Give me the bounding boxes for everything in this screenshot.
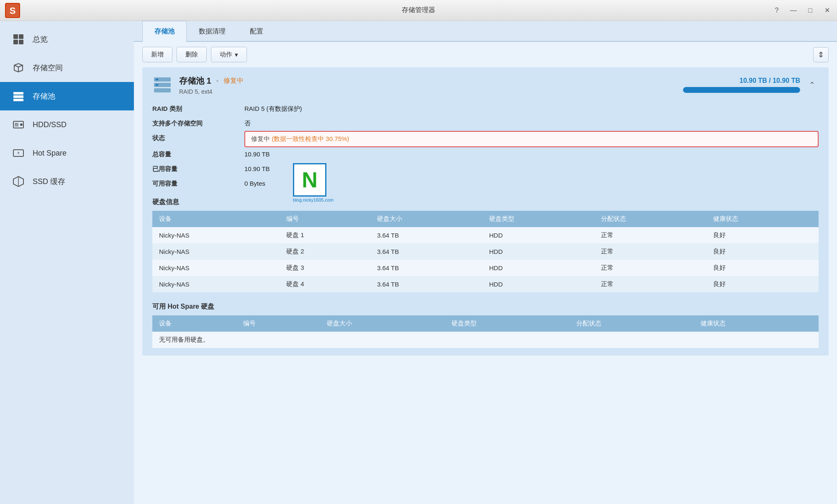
available-label: 可用容量: [152, 177, 244, 191]
maximize-button[interactable]: □: [805, 5, 815, 15]
svg-text:S: S: [10, 5, 16, 16]
svg-rect-24: [154, 88, 171, 92]
spare-col-number: 编号: [236, 315, 321, 332]
help-button[interactable]: ?: [772, 5, 782, 15]
pool-status-sep: -: [216, 77, 218, 84]
spare-empty-text: 无可用备用硬盘。: [152, 332, 819, 348]
main-layout: 总览 存储空间 存储池 HDD/SSD + Hot: [0, 21, 837, 504]
col-number: 编号: [280, 211, 370, 227]
multi-space-value: 否: [244, 116, 819, 131]
close-button[interactable]: ✕: [822, 5, 832, 15]
svg-rect-26: [156, 84, 158, 86]
pool-card: 存储池 1 - 修复中 RAID 5, ext4 10.90 TB / 10.9…: [142, 67, 829, 356]
tab-config[interactable]: 配置: [238, 21, 275, 42]
disk-number-2: 硬盘 3: [280, 260, 370, 276]
sidebar: 总览 存储空间 存储池 HDD/SSD + Hot: [0, 21, 134, 504]
disk-number-3: 硬盘 4: [280, 276, 370, 292]
disk-allocation-1: 正常: [594, 243, 706, 260]
pool-header: 存储池 1 - 修复中 RAID 5, ext4 10.90 TB / 10.9…: [152, 75, 819, 95]
sidebar-item-overview[interactable]: 总览: [0, 25, 134, 54]
disk-type-3: HDD: [483, 276, 595, 292]
pool-subtitle: RAID 5, ext4: [179, 88, 683, 95]
hot-spare-table: 设备 编号 硬盘大小 硬盘类型 分配状态 健康状态 无可用备用硬盘。: [152, 315, 819, 348]
disk-health-2: 良好: [706, 260, 819, 276]
disk-device-2: Nicky-NAS: [152, 260, 280, 276]
disk-allocation-3: 正常: [594, 276, 706, 292]
minimize-button[interactable]: —: [788, 5, 798, 15]
col-health: 健康状态: [706, 211, 819, 227]
status-normal-text: 修复中: [251, 135, 272, 142]
used-value: 10.90 TB: [244, 162, 819, 177]
sort-button[interactable]: ⇕: [813, 47, 829, 62]
action-label: 动作: [220, 51, 232, 59]
disk-health-1: 良好: [706, 243, 819, 260]
multi-space-label: 支持多个存储空间: [152, 116, 244, 131]
tab-storage-pool[interactable]: 存储池: [142, 21, 187, 42]
spare-col-allocation: 分配状态: [570, 315, 694, 332]
content-scroll[interactable]: 存储池 1 - 修复中 RAID 5, ext4 10.90 TB / 10.9…: [134, 67, 837, 504]
raid-value: RAID 5 (有数据保护): [244, 102, 819, 116]
storage-space-icon: [12, 61, 25, 74]
overview-icon: [12, 33, 25, 46]
raid-label: RAID 类别: [152, 102, 244, 116]
disk-size-2: 3.64 TB: [370, 260, 483, 276]
action-arrow: ▾: [235, 51, 238, 59]
sidebar-item-hot-spare[interactable]: + Hot Spare: [0, 139, 134, 167]
disk-size-0: 3.64 TB: [370, 227, 483, 243]
disk-device-1: Nicky-NAS: [152, 243, 280, 260]
svg-point-14: [20, 123, 23, 126]
status-highlight-text: (数据一致性检查中 30.75%): [272, 135, 349, 142]
pool-title-row: 存储池 1 - 修复中: [179, 75, 683, 87]
disk-info-title: 硬盘信息: [152, 198, 819, 207]
status-label: 状态: [152, 131, 244, 147]
disk-number-0: 硬盘 1: [280, 227, 370, 243]
disk-type-1: HDD: [483, 243, 595, 260]
sidebar-item-storage-space[interactable]: 存储空间: [0, 54, 134, 82]
action-button[interactable]: 动作 ▾: [211, 47, 247, 62]
pool-collapse-button[interactable]: ⌃: [805, 78, 819, 92]
disk-type-2: HDD: [483, 260, 595, 276]
sidebar-label-storage-space: 存储空间: [33, 63, 63, 73]
add-button[interactable]: 新增: [142, 47, 172, 62]
disk-device-3: Nicky-NAS: [152, 276, 280, 292]
pool-title-section: 存储池 1 - 修复中 RAID 5, ext4: [179, 75, 683, 95]
spare-col-type: 硬盘类型: [445, 315, 570, 332]
disk-health-3: 良好: [706, 276, 819, 292]
window-controls: ? — □ ✕: [772, 5, 832, 15]
disk-size-1: 3.64 TB: [370, 243, 483, 260]
svg-rect-5: [13, 40, 18, 44]
hdd-ssd-icon: [12, 118, 25, 131]
sidebar-item-hdd-ssd[interactable]: HDD/SSD: [0, 110, 134, 139]
window-title: 存储管理器: [402, 6, 435, 15]
title-bar: S 存储管理器 ? — □ ✕: [0, 0, 837, 21]
spare-empty-row: 无可用备用硬盘。: [152, 332, 819, 348]
disk-allocation-0: 正常: [594, 227, 706, 243]
disk-row-0: Nicky-NAS 硬盘 1 3.64 TB HDD 正常 良好: [152, 227, 819, 243]
status-value-box: 修复中 (数据一致性检查中 30.75%): [244, 131, 819, 147]
disk-row-3: Nicky-NAS 硬盘 4 3.64 TB HDD 正常 良好: [152, 276, 819, 292]
spare-col-device: 设备: [152, 315, 236, 332]
delete-button[interactable]: 删除: [177, 47, 207, 62]
sidebar-item-ssd-cache[interactable]: SSD 缓存: [0, 167, 134, 196]
hot-spare-title: 可用 Hot Spare 硬盘: [152, 302, 819, 311]
col-allocation: 分配状态: [594, 211, 706, 227]
sidebar-label-ssd-cache: SSD 缓存: [33, 177, 65, 187]
sidebar-label-storage-pool: 存储池: [33, 91, 55, 101]
disk-number-1: 硬盘 2: [280, 243, 370, 260]
disk-allocation-2: 正常: [594, 260, 706, 276]
sidebar-item-storage-pool[interactable]: 存储池: [0, 82, 134, 110]
disk-table-header-row: 设备 编号 硬盘大小 硬盘类型 分配状态 健康状态: [152, 211, 819, 227]
content-area: 存储池 数据清理 配置 新增 删除 动作 ▾ ⇕: [134, 21, 837, 504]
sidebar-label-hot-spare: Hot Spare: [33, 149, 67, 158]
total-value: 10.90 TB: [244, 147, 819, 162]
available-value: 0 Bytes: [244, 177, 819, 191]
svg-rect-3: [13, 34, 18, 39]
hot-spare-icon: +: [12, 146, 25, 160]
col-type: 硬盘类型: [483, 211, 595, 227]
svg-rect-11: [13, 95, 23, 98]
disk-row-1: Nicky-NAS 硬盘 2 3.64 TB HDD 正常 良好: [152, 243, 819, 260]
hot-spare-header-row: 设备 编号 硬盘大小 硬盘类型 分配状态 健康状态: [152, 315, 819, 332]
pool-progress-fill: [683, 87, 800, 93]
tab-data-clean[interactable]: 数据清理: [187, 21, 238, 42]
disk-health-0: 良好: [706, 227, 819, 243]
